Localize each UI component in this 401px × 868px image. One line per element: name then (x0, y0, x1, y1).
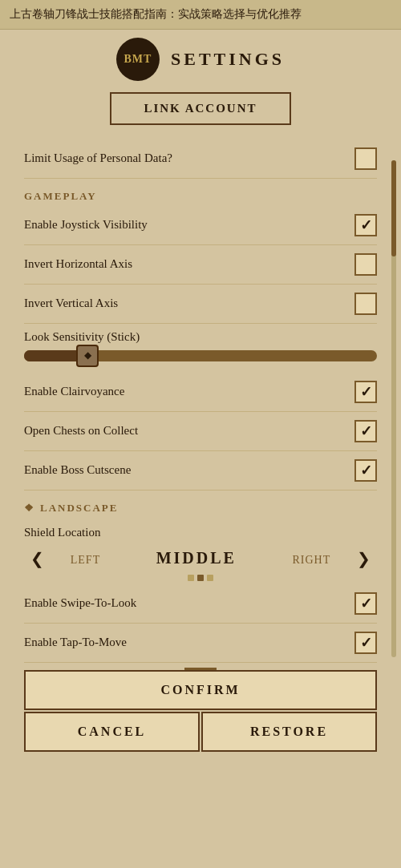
carousel-option-right[interactable]: RIGHT (292, 554, 330, 567)
cancel-button[interactable]: CANCEL (24, 712, 200, 752)
sensitivity-label: Look Sensitivity (Stick) (24, 330, 377, 344)
scrollbar-thumb[interactable] (391, 160, 396, 256)
chests-label: Open Chests on Collect (24, 424, 138, 438)
vertical-axis-label: Invert Vertical Axis (24, 297, 118, 310)
joystick-checkbox[interactable] (354, 214, 377, 236)
shield-carousel: ❮ LEFT MIDDLE RIGHT ❯ (24, 546, 377, 571)
landscape-section-header: ❖ LANDSCAPE (24, 491, 377, 518)
joystick-label: Enable Joystick Visibility (24, 218, 148, 232)
settings-content: Limit Usage of Personal Data? GAMEPLAY E… (0, 139, 401, 670)
horizontal-axis-label: Invert Horizontal Axis (24, 257, 132, 271)
link-account-wrapper: LINK ACCOUNT (0, 92, 401, 125)
vertical-axis-row: Invert Vertical Axis (24, 285, 377, 324)
boss-cutscene-row: Enable Boss Cutscene (24, 451, 377, 491)
swipe-look-checkbox[interactable] (354, 592, 377, 615)
slider-thumb[interactable] (76, 345, 99, 367)
sensitivity-slider[interactable] (24, 350, 377, 361)
dot-1 (197, 575, 204, 581)
carousel-dots (24, 575, 377, 581)
personal-data-checkbox[interactable] (354, 147, 377, 170)
tap-move-row: Enable Tap-To-Move (24, 624, 377, 663)
chests-row: Open Chests on Collect (24, 412, 377, 451)
personal-data-label: Limit Usage of Personal Data? (24, 151, 172, 165)
horizontal-axis-row: Invert Horizontal Axis (24, 245, 377, 285)
sensitivity-wrap: Look Sensitivity (Stick) (24, 324, 377, 373)
clairvoyance-label: Enable Clairvoyance (24, 385, 124, 398)
carousel-option-left[interactable]: LEFT (71, 554, 100, 567)
shield-location-label: Shield Location (24, 526, 377, 539)
header: BMT SETTINGS (0, 30, 401, 86)
top-banner: 上古卷轴刀锋战士技能搭配指南：实战策略选择与优化推荐 (0, 0, 401, 30)
boss-cutscene-label: Enable Boss Cutscene (24, 463, 131, 477)
settings-title: SETTINGS (171, 49, 285, 70)
swipe-look-label: Enable Swipe-To-Look (24, 596, 136, 610)
boss-cutscene-checkbox[interactable] (354, 459, 377, 482)
tap-move-label: Enable Tap-To-Move (24, 636, 127, 649)
bottom-buttons: CONFIRM CANCEL RESTORE (0, 670, 401, 768)
scrollbar-track[interactable] (391, 160, 396, 657)
bottom-row-buttons: CANCEL RESTORE (24, 712, 377, 752)
carousel-right-arrow[interactable]: ❯ (350, 549, 377, 568)
confirm-button[interactable]: CONFIRM (24, 670, 377, 710)
link-account-button[interactable]: LINK ACCOUNT (110, 92, 290, 125)
carousel-option-middle[interactable]: MIDDLE (156, 549, 237, 567)
landscape-diamond-icon: ❖ (24, 502, 35, 515)
carousel-options: LEFT MIDDLE RIGHT (51, 549, 350, 567)
gameplay-section-header: GAMEPLAY (24, 179, 377, 206)
personal-data-row: Limit Usage of Personal Data? (24, 139, 377, 179)
tap-move-checkbox[interactable] (354, 632, 377, 654)
clairvoyance-checkbox[interactable] (354, 381, 377, 403)
dot-0 (188, 575, 194, 581)
chests-checkbox[interactable] (354, 420, 377, 442)
clairvoyance-row: Enable Clairvoyance (24, 373, 377, 412)
horizontal-axis-checkbox[interactable] (354, 253, 377, 276)
vertical-axis-checkbox[interactable] (354, 293, 377, 315)
top-banner-text: 上古卷轴刀锋战士技能搭配指南：实战策略选择与优化推荐 (10, 8, 302, 20)
logo: BMT (116, 38, 160, 81)
restore-button[interactable]: RESTORE (201, 712, 377, 752)
shield-location-wrap: Shield Location ❮ LEFT MIDDLE RIGHT ❯ (24, 518, 377, 584)
dot-2 (207, 575, 213, 581)
joystick-row: Enable Joystick Visibility (24, 206, 377, 245)
swipe-look-row: Enable Swipe-To-Look (24, 584, 377, 624)
carousel-left-arrow[interactable]: ❮ (24, 549, 51, 568)
